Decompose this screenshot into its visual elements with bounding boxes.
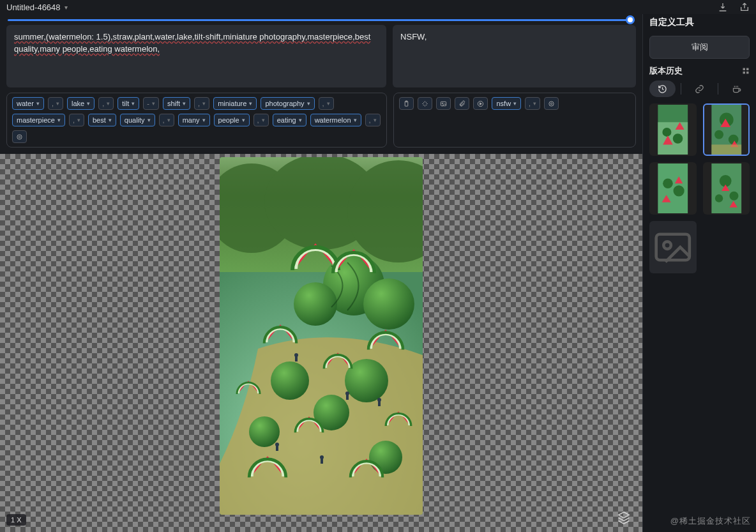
target-icon[interactable]	[12, 130, 27, 143]
svg-point-39	[673, 133, 683, 144]
version-thumb-2[interactable]	[703, 103, 750, 156]
prompt-tag[interactable]: miniature ▾	[213, 97, 257, 110]
svg-point-8	[550, 103, 552, 105]
prompt-tag[interactable]: water ▾	[12, 97, 44, 110]
tag-separator[interactable]: , ▾	[319, 97, 334, 110]
svg-point-20	[249, 416, 280, 447]
prompt-tag[interactable]: quality ▾	[120, 114, 155, 126]
svg-rect-25	[346, 395, 349, 400]
svg-point-47	[674, 185, 684, 196]
svg-point-51	[714, 194, 722, 202]
prompt-tag[interactable]: masterpiece ▾	[12, 114, 65, 126]
tab-coffee[interactable]	[723, 80, 750, 97]
tag-separator[interactable]: , ▾	[69, 114, 84, 126]
svg-rect-27	[378, 401, 381, 406]
svg-point-38	[662, 128, 671, 137]
tag-separator[interactable]: , ▾	[48, 97, 63, 110]
svg-rect-32	[743, 68, 746, 71]
progress-slider[interactable]	[8, 19, 635, 21]
share-icon[interactable]	[739, 2, 750, 12]
svg-point-21	[369, 441, 402, 474]
svg-rect-23	[295, 356, 298, 361]
svg-rect-34	[743, 72, 746, 74]
positive-tags-panel: water ▾, ▾lake ▾, ▾tilt ▾- ▾shift ▾, ▾mi…	[6, 93, 387, 148]
svg-point-50	[729, 192, 738, 201]
slider-thumb[interactable]	[626, 15, 635, 24]
svg-point-7	[549, 101, 554, 105]
prompt-tag[interactable]: lake ▾	[67, 97, 94, 110]
tab-link[interactable]	[686, 80, 713, 97]
svg-point-5	[442, 103, 444, 104]
prompt-tag[interactable]: watermelon ▾	[310, 114, 361, 126]
generated-image[interactable]	[220, 157, 423, 515]
prompt-tag[interactable]: tilt ▾	[117, 97, 139, 110]
svg-point-15	[363, 278, 414, 330]
tag-separator[interactable]: , ▾	[159, 114, 174, 126]
version-thumb-empty[interactable]	[649, 221, 697, 273]
version-thumb-1[interactable]	[649, 103, 697, 156]
zoom-badge[interactable]: 1 X	[6, 514, 26, 526]
svg-point-1	[19, 136, 20, 138]
tag-separator[interactable]: - ▾	[143, 97, 159, 110]
prompt-tag[interactable]: eating ▾	[273, 114, 306, 126]
grid-icon[interactable]	[742, 67, 750, 75]
tag-separator[interactable]: , ▾	[194, 97, 209, 110]
svg-point-16	[294, 282, 337, 326]
tab-history[interactable]	[649, 80, 676, 97]
tag-separator[interactable]: , ▾	[253, 114, 269, 126]
play-icon[interactable]	[473, 97, 488, 110]
sparkle-icon[interactable]	[418, 97, 432, 110]
svg-rect-44	[711, 144, 741, 155]
prompt-tag[interactable]: best ▾	[88, 114, 116, 126]
positive-prompt-input[interactable]: summer,(watermelon: 1.5),straw,plant,wat…	[6, 25, 386, 87]
svg-rect-37	[658, 122, 688, 155]
svg-point-53	[663, 241, 671, 249]
right-panel-title: 自定义工具	[643, 14, 756, 33]
prompt-tag[interactable]: shift ▾	[163, 97, 190, 110]
svg-point-17	[271, 361, 309, 400]
svg-rect-35	[746, 72, 749, 74]
attach-icon[interactable]	[455, 97, 469, 110]
negative-prompt-input[interactable]: NSFW,	[393, 25, 636, 87]
svg-point-42	[714, 130, 723, 139]
image-icon[interactable]	[436, 97, 451, 110]
layers-icon[interactable]	[617, 510, 631, 524]
svg-rect-33	[746, 68, 749, 71]
prompt-tag[interactable]: people ▾	[214, 114, 250, 126]
negative-tags-panel: nsfw ▾, ▾	[393, 93, 636, 148]
target-icon[interactable]	[544, 97, 559, 110]
canvas-area[interactable]: 1 X	[0, 154, 642, 532]
version-thumb-3[interactable]	[649, 162, 697, 215]
download-icon[interactable]	[718, 2, 728, 12]
negative-prompt-text: NSFW,	[400, 32, 427, 42]
prompt-tag[interactable]: nsfw ▾	[492, 97, 521, 110]
version-thumb-4[interactable]	[703, 162, 750, 215]
svg-rect-29	[276, 446, 278, 451]
prompt-tag[interactable]: many ▾	[178, 114, 210, 126]
review-button[interactable]: 审阅	[649, 36, 750, 59]
tag-separator[interactable]: , ▾	[525, 97, 540, 110]
positive-prompt-text: summer,(watermelon: 1.5),straw,plant,wat…	[14, 32, 370, 54]
tag-separator[interactable]: , ▾	[98, 97, 114, 110]
title-dropdown-icon[interactable]: ▾	[64, 4, 68, 11]
tag-separator[interactable]: , ▾	[365, 114, 381, 126]
clipboard-icon[interactable]	[399, 97, 414, 110]
svg-point-46	[663, 178, 673, 188]
project-title: Untitled-46648	[6, 3, 61, 12]
version-history-title: 版本历史	[649, 65, 683, 77]
prompt-tag[interactable]: photography ▾	[261, 97, 314, 110]
svg-point-0	[17, 134, 22, 139]
svg-rect-31	[321, 459, 323, 464]
